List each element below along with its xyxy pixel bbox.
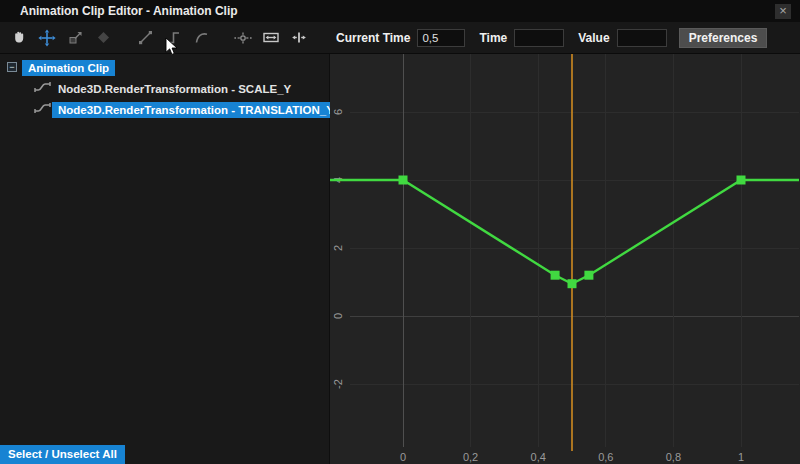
x-tick-label: 0,4 <box>531 451 546 463</box>
x-tick-label: 0,6 <box>598 451 613 463</box>
add-keyframe-button[interactable] <box>94 29 112 47</box>
close-icon[interactable]: × <box>775 4 791 19</box>
bezier-curve-icon <box>193 29 210 46</box>
focus-target-icon <box>234 29 252 47</box>
fit-horizontal-icon <box>262 29 280 46</box>
toolbar: Current Time Time Value Preferences <box>0 22 800 54</box>
select-unselect-all-button[interactable]: Select / Unselect All <box>0 445 125 464</box>
tree-item-animation-clip[interactable]: Animation Clip <box>22 59 115 77</box>
scale-tool-button[interactable] <box>66 29 84 47</box>
animation-curve[interactable] <box>330 180 799 284</box>
step-interpolation-button[interactable] <box>164 29 182 47</box>
x-tick-label: 0 <box>400 451 406 463</box>
pan-horizontal-icon <box>290 29 308 46</box>
current-time-input[interactable] <box>417 29 465 47</box>
hand-icon <box>11 29 28 46</box>
y-tick-label: 0 <box>332 313 344 319</box>
linear-interpolation-button[interactable] <box>136 29 154 47</box>
tree-item-label: Node3D.RenderTransformation - SCALE_Y <box>52 81 297 97</box>
animation-curve-icon <box>34 80 52 94</box>
main-area: − Animation Clip Node3D.RenderTransforma… <box>0 54 800 464</box>
pan-horizontal-button[interactable] <box>290 29 308 47</box>
y-tick-label: 2 <box>332 245 344 251</box>
linear-segment-icon <box>137 29 154 46</box>
x-tick-label: 0,8 <box>666 451 681 463</box>
tree-item-translation-y[interactable]: Node3D.RenderTransformation - TRANSLATIO… <box>52 101 340 119</box>
time-input[interactable] <box>514 29 564 47</box>
bezier-interpolation-button[interactable] <box>192 29 210 47</box>
tree-item-label: Animation Clip <box>22 60 115 76</box>
animation-clip-editor-window: Animation Clip Editor - Animation Clip × <box>0 0 800 464</box>
title-bar: Animation Clip Editor - Animation Clip × <box>0 0 800 22</box>
window-title: Animation Clip Editor - Animation Clip <box>0 4 238 18</box>
keyframe-marker[interactable] <box>568 279 577 288</box>
keyframe-marker[interactable] <box>584 271 593 280</box>
keyframe-marker[interactable] <box>399 176 408 185</box>
y-tick-label: 6 <box>332 109 344 115</box>
fit-horizontal-button[interactable] <box>262 29 280 47</box>
curve-editor-panel: 6420-200,20,40,60,81 <box>330 54 800 464</box>
keyframe-diamond-icon <box>95 29 112 46</box>
y-tick-label: -2 <box>332 379 344 389</box>
step-segment-icon <box>165 29 182 46</box>
x-tick-label: 0,2 <box>463 451 478 463</box>
current-time-label: Current Time <box>336 31 410 45</box>
move-arrows-icon <box>38 29 56 47</box>
move-tool-button[interactable] <box>38 29 56 47</box>
tree-item-scale-y[interactable]: Node3D.RenderTransformation - SCALE_Y <box>52 80 297 98</box>
tree-expander-icon[interactable]: − <box>7 62 17 72</box>
animation-tree-panel: − Animation Clip Node3D.RenderTransforma… <box>0 54 330 464</box>
animation-curve-icon <box>34 101 52 115</box>
tree-item-label: Node3D.RenderTransformation - TRANSLATIO… <box>52 102 340 118</box>
value-input[interactable] <box>617 29 667 47</box>
time-label: Time <box>479 31 507 45</box>
value-label: Value <box>578 31 609 45</box>
scale-icon <box>67 29 84 46</box>
focus-keyframes-button[interactable] <box>234 29 252 47</box>
x-tick-label: 1 <box>738 451 744 463</box>
keyframe-marker[interactable] <box>551 271 560 280</box>
pan-tool-button[interactable] <box>10 29 28 47</box>
keyframe-marker[interactable] <box>737 176 746 185</box>
curve-editor-svg[interactable]: 6420-200,20,40,60,81 <box>330 54 799 464</box>
preferences-button[interactable]: Preferences <box>679 28 768 48</box>
